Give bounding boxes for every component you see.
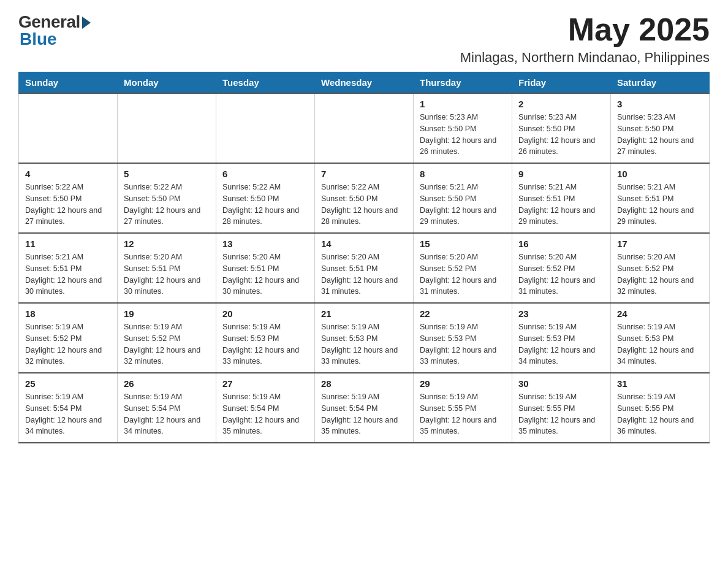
day-number: 22 bbox=[420, 308, 506, 319]
calendar-cell: 18Sunrise: 5:19 AMSunset: 5:52 PMDayligh… bbox=[19, 303, 118, 373]
calendar-cell: 8Sunrise: 5:21 AMSunset: 5:50 PMDaylight… bbox=[414, 163, 512, 233]
calendar-week-row: 4Sunrise: 5:22 AMSunset: 5:50 PMDaylight… bbox=[19, 163, 710, 233]
calendar-table: SundayMondayTuesdayWednesdayThursdayFrid… bbox=[18, 72, 710, 443]
calendar-cell: 15Sunrise: 5:20 AMSunset: 5:52 PMDayligh… bbox=[414, 233, 512, 303]
day-info: Sunrise: 5:21 AMSunset: 5:50 PMDaylight:… bbox=[420, 182, 506, 228]
day-info: Sunrise: 5:19 AMSunset: 5:53 PMDaylight:… bbox=[420, 321, 506, 367]
day-info: Sunrise: 5:19 AMSunset: 5:53 PMDaylight:… bbox=[321, 321, 407, 367]
calendar-cell: 3Sunrise: 5:23 AMSunset: 5:50 PMDaylight… bbox=[611, 93, 710, 163]
day-number: 15 bbox=[420, 239, 506, 249]
calendar-cell: 27Sunrise: 5:19 AMSunset: 5:54 PMDayligh… bbox=[216, 373, 315, 443]
calendar-cell: 17Sunrise: 5:20 AMSunset: 5:52 PMDayligh… bbox=[611, 233, 710, 303]
day-info: Sunrise: 5:23 AMSunset: 5:50 PMDaylight:… bbox=[617, 112, 703, 158]
calendar-cell: 5Sunrise: 5:22 AMSunset: 5:50 PMDaylight… bbox=[118, 163, 216, 233]
day-number: 1 bbox=[420, 99, 506, 109]
calendar-cell: 9Sunrise: 5:21 AMSunset: 5:51 PMDaylight… bbox=[512, 163, 611, 233]
day-number: 2 bbox=[518, 99, 604, 109]
calendar-cell bbox=[216, 93, 315, 163]
calendar-cell: 19Sunrise: 5:19 AMSunset: 5:52 PMDayligh… bbox=[118, 303, 216, 373]
weekday-header-monday: Monday bbox=[118, 72, 216, 94]
logo: General Blue bbox=[18, 12, 91, 49]
calendar-cell: 22Sunrise: 5:19 AMSunset: 5:53 PMDayligh… bbox=[414, 303, 512, 373]
day-info: Sunrise: 5:22 AMSunset: 5:50 PMDaylight:… bbox=[222, 182, 308, 228]
calendar-cell: 2Sunrise: 5:23 AMSunset: 5:50 PMDaylight… bbox=[512, 93, 611, 163]
day-number: 16 bbox=[518, 239, 604, 249]
day-number: 29 bbox=[420, 378, 506, 389]
day-info: Sunrise: 5:22 AMSunset: 5:50 PMDaylight:… bbox=[25, 182, 111, 228]
calendar-cell: 28Sunrise: 5:19 AMSunset: 5:54 PMDayligh… bbox=[315, 373, 414, 443]
day-info: Sunrise: 5:20 AMSunset: 5:51 PMDaylight:… bbox=[321, 251, 407, 297]
calendar-cell: 23Sunrise: 5:19 AMSunset: 5:53 PMDayligh… bbox=[512, 303, 611, 373]
title-block: May 2025 Minlagas, Northern Mindanao, Ph… bbox=[460, 12, 710, 66]
calendar-week-row: 25Sunrise: 5:19 AMSunset: 5:54 PMDayligh… bbox=[19, 373, 710, 443]
day-number: 28 bbox=[321, 378, 407, 389]
calendar-header-row: SundayMondayTuesdayWednesdayThursdayFrid… bbox=[19, 72, 710, 94]
weekday-header-sunday: Sunday bbox=[19, 72, 118, 94]
day-info: Sunrise: 5:19 AMSunset: 5:53 PMDaylight:… bbox=[617, 321, 703, 367]
day-info: Sunrise: 5:19 AMSunset: 5:52 PMDaylight:… bbox=[25, 321, 111, 367]
calendar-cell: 25Sunrise: 5:19 AMSunset: 5:54 PMDayligh… bbox=[19, 373, 118, 443]
logo-arrow-icon bbox=[82, 17, 91, 29]
day-number: 19 bbox=[124, 308, 210, 319]
day-number: 31 bbox=[617, 378, 703, 389]
calendar-cell: 29Sunrise: 5:19 AMSunset: 5:55 PMDayligh… bbox=[414, 373, 512, 443]
day-info: Sunrise: 5:19 AMSunset: 5:55 PMDaylight:… bbox=[518, 391, 604, 437]
page-header: General Blue May 2025 Minlagas, Northern… bbox=[18, 12, 710, 66]
calendar-cell: 24Sunrise: 5:19 AMSunset: 5:53 PMDayligh… bbox=[611, 303, 710, 373]
day-info: Sunrise: 5:19 AMSunset: 5:53 PMDaylight:… bbox=[222, 321, 308, 367]
day-number: 26 bbox=[124, 378, 210, 389]
location-title: Minlagas, Northern Mindanao, Philippines bbox=[460, 50, 710, 66]
calendar-week-row: 1Sunrise: 5:23 AMSunset: 5:50 PMDaylight… bbox=[19, 93, 710, 163]
day-info: Sunrise: 5:23 AMSunset: 5:50 PMDaylight:… bbox=[518, 112, 604, 158]
calendar-cell: 12Sunrise: 5:20 AMSunset: 5:51 PMDayligh… bbox=[118, 233, 216, 303]
day-number: 21 bbox=[321, 308, 407, 319]
day-info: Sunrise: 5:20 AMSunset: 5:51 PMDaylight:… bbox=[124, 251, 210, 297]
day-number: 14 bbox=[321, 239, 407, 249]
day-number: 20 bbox=[222, 308, 308, 319]
day-info: Sunrise: 5:23 AMSunset: 5:50 PMDaylight:… bbox=[420, 112, 506, 158]
calendar-week-row: 11Sunrise: 5:21 AMSunset: 5:51 PMDayligh… bbox=[19, 233, 710, 303]
day-info: Sunrise: 5:19 AMSunset: 5:54 PMDaylight:… bbox=[25, 391, 111, 437]
day-number: 24 bbox=[617, 308, 703, 319]
weekday-header-tuesday: Tuesday bbox=[216, 72, 315, 94]
day-info: Sunrise: 5:19 AMSunset: 5:53 PMDaylight:… bbox=[518, 321, 604, 367]
day-number: 17 bbox=[617, 239, 703, 249]
day-number: 9 bbox=[518, 169, 604, 179]
day-number: 25 bbox=[25, 378, 111, 389]
day-number: 11 bbox=[25, 239, 111, 249]
day-info: Sunrise: 5:20 AMSunset: 5:52 PMDaylight:… bbox=[518, 251, 604, 297]
calendar-week-row: 18Sunrise: 5:19 AMSunset: 5:52 PMDayligh… bbox=[19, 303, 710, 373]
calendar-cell: 14Sunrise: 5:20 AMSunset: 5:51 PMDayligh… bbox=[315, 233, 414, 303]
calendar-cell bbox=[118, 93, 216, 163]
day-info: Sunrise: 5:20 AMSunset: 5:52 PMDaylight:… bbox=[617, 251, 703, 297]
day-info: Sunrise: 5:22 AMSunset: 5:50 PMDaylight:… bbox=[124, 182, 210, 228]
calendar-cell: 31Sunrise: 5:19 AMSunset: 5:55 PMDayligh… bbox=[611, 373, 710, 443]
calendar-cell bbox=[19, 93, 118, 163]
weekday-header-saturday: Saturday bbox=[611, 72, 710, 94]
day-number: 4 bbox=[25, 169, 111, 179]
weekday-header-wednesday: Wednesday bbox=[315, 72, 414, 94]
day-number: 3 bbox=[617, 99, 703, 109]
calendar-cell: 7Sunrise: 5:22 AMSunset: 5:50 PMDaylight… bbox=[315, 163, 414, 233]
calendar-cell: 10Sunrise: 5:21 AMSunset: 5:51 PMDayligh… bbox=[611, 163, 710, 233]
day-info: Sunrise: 5:19 AMSunset: 5:55 PMDaylight:… bbox=[617, 391, 703, 437]
day-info: Sunrise: 5:19 AMSunset: 5:55 PMDaylight:… bbox=[420, 391, 506, 437]
logo-blue-text: Blue bbox=[18, 29, 57, 49]
calendar-cell: 16Sunrise: 5:20 AMSunset: 5:52 PMDayligh… bbox=[512, 233, 611, 303]
calendar-cell: 13Sunrise: 5:20 AMSunset: 5:51 PMDayligh… bbox=[216, 233, 315, 303]
day-info: Sunrise: 5:20 AMSunset: 5:51 PMDaylight:… bbox=[222, 251, 308, 297]
day-info: Sunrise: 5:22 AMSunset: 5:50 PMDaylight:… bbox=[321, 182, 407, 228]
day-number: 30 bbox=[518, 378, 604, 389]
calendar-cell: 21Sunrise: 5:19 AMSunset: 5:53 PMDayligh… bbox=[315, 303, 414, 373]
day-info: Sunrise: 5:19 AMSunset: 5:54 PMDaylight:… bbox=[124, 391, 210, 437]
weekday-header-friday: Friday bbox=[512, 72, 611, 94]
day-info: Sunrise: 5:19 AMSunset: 5:54 PMDaylight:… bbox=[222, 391, 308, 437]
day-info: Sunrise: 5:19 AMSunset: 5:52 PMDaylight:… bbox=[124, 321, 210, 367]
day-info: Sunrise: 5:21 AMSunset: 5:51 PMDaylight:… bbox=[25, 251, 111, 297]
calendar-cell: 11Sunrise: 5:21 AMSunset: 5:51 PMDayligh… bbox=[19, 233, 118, 303]
day-info: Sunrise: 5:19 AMSunset: 5:54 PMDaylight:… bbox=[321, 391, 407, 437]
calendar-cell: 4Sunrise: 5:22 AMSunset: 5:50 PMDaylight… bbox=[19, 163, 118, 233]
calendar-cell bbox=[315, 93, 414, 163]
day-number: 27 bbox=[222, 378, 308, 389]
day-number: 18 bbox=[25, 308, 111, 319]
